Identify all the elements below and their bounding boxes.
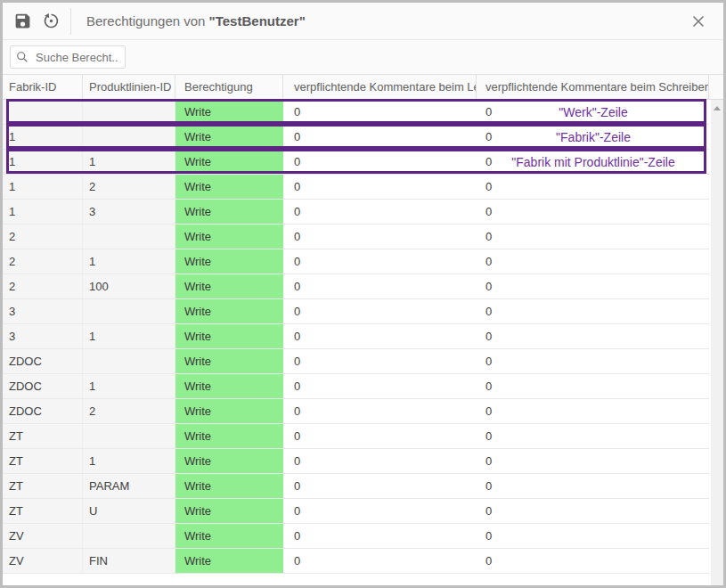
cell-produktlinien-id[interactable]: 1 — [83, 150, 175, 174]
cell-berechtigung[interactable]: Write — [175, 100, 283, 124]
cell-produktlinien-id[interactable] — [83, 424, 175, 448]
table-row[interactable]: ZV FIN Write 0 0 — [3, 549, 709, 574]
cell-berechtigung[interactable]: Write — [175, 324, 283, 348]
cell-kommentare-schreiben[interactable]: 0 — [477, 274, 709, 298]
cell-produktlinien-id[interactable]: 1 — [83, 374, 175, 398]
cell-kommentare-schreiben[interactable]: 0 — [477, 125, 709, 149]
cell-fabrik-id[interactable]: 3 — [3, 299, 83, 323]
cell-kommentare-schreiben[interactable]: 0 — [477, 374, 709, 398]
cell-produktlinien-id[interactable]: 1 — [83, 324, 175, 348]
cell-kommentare-schreiben[interactable]: 0 — [477, 200, 709, 224]
table-row[interactable]: ZDOC 1 Write 0 0 — [3, 374, 709, 399]
cell-fabrik-id[interactable]: ZT — [3, 424, 83, 448]
cell-fabrik-id[interactable]: ZT — [3, 474, 83, 498]
cell-kommentare-schreiben[interactable]: 0 — [477, 549, 709, 573]
cell-fabrik-id[interactable]: ZDOC — [3, 399, 83, 423]
cell-kommentare-schreiben[interactable]: 0 — [477, 474, 709, 498]
cell-kommentare-schreiben[interactable]: 0 — [477, 100, 709, 124]
cell-berechtigung[interactable]: Write — [175, 399, 283, 423]
cell-kommentare-lesen[interactable]: 0 — [283, 299, 477, 323]
cell-kommentare-lesen[interactable]: 0 — [283, 200, 477, 224]
cell-kommentare-schreiben[interactable]: 0 — [477, 249, 709, 274]
cell-berechtigung[interactable]: Write — [175, 125, 283, 149]
cell-fabrik-id[interactable]: ZT — [3, 449, 83, 473]
cell-kommentare-schreiben[interactable]: 0 — [477, 175, 709, 199]
cell-produktlinien-id[interactable]: 1 — [83, 249, 175, 274]
cell-berechtigung[interactable]: Write — [175, 424, 283, 448]
cell-kommentare-schreiben[interactable]: 0 — [477, 349, 709, 373]
cell-produktlinien-id[interactable] — [83, 299, 175, 323]
table-row[interactable]: ZT 1 Write 0 0 — [3, 449, 709, 474]
cell-berechtigung[interactable]: Write — [175, 299, 283, 323]
cell-kommentare-lesen[interactable]: 0 — [283, 524, 477, 548]
cell-produktlinien-id[interactable]: 1 — [83, 449, 175, 473]
cell-berechtigung[interactable]: Write — [175, 150, 283, 174]
cell-berechtigung[interactable]: Write — [175, 449, 283, 473]
cell-berechtigung[interactable]: Write — [175, 200, 283, 224]
table-row[interactable]: 2 Write 0 0 — [3, 225, 709, 249]
cell-kommentare-schreiben[interactable]: 0 — [477, 150, 709, 174]
cell-produktlinien-id[interactable]: U — [83, 499, 175, 523]
cell-kommentare-schreiben[interactable]: 0 — [477, 449, 709, 473]
cell-kommentare-lesen[interactable]: 0 — [283, 374, 477, 398]
table-row[interactable]: ZV Write 0 0 — [3, 524, 709, 549]
table-row[interactable]: ZDOC 2 Write 0 0 — [3, 399, 709, 424]
cell-produktlinien-id[interactable]: 100 — [83, 274, 175, 298]
table-row[interactable]: ZT Write 0 0 — [3, 424, 709, 449]
cell-fabrik-id[interactable]: 1 — [3, 200, 83, 224]
cell-produktlinien-id[interactable]: 3 — [83, 200, 175, 224]
cell-fabrik-id[interactable]: ZDOC — [3, 349, 83, 373]
table-row[interactable]: 3 1 Write 0 0 — [3, 324, 709, 349]
table-row[interactable]: 1 Write 0 0 "Fabrik"-Zeile — [3, 125, 709, 150]
cell-fabrik-id[interactable]: 1 — [3, 175, 83, 199]
cell-fabrik-id[interactable]: 1 — [3, 125, 83, 149]
cell-produktlinien-id[interactable] — [83, 225, 175, 249]
cell-kommentare-lesen[interactable]: 0 — [283, 249, 477, 274]
table-row[interactable]: Write 0 0 "Werk"-Zeile — [3, 100, 709, 125]
cell-fabrik-id[interactable]: 3 — [3, 324, 83, 348]
cell-fabrik-id[interactable]: ZV — [3, 549, 83, 573]
cell-berechtigung[interactable]: Write — [175, 349, 283, 373]
cell-kommentare-schreiben[interactable]: 0 — [477, 299, 709, 323]
cell-kommentare-schreiben[interactable]: 0 — [477, 499, 709, 523]
cell-berechtigung[interactable]: Write — [175, 249, 283, 274]
cell-fabrik-id[interactable]: ZT — [3, 499, 83, 523]
cell-berechtigung[interactable]: Write — [175, 549, 283, 573]
cell-kommentare-lesen[interactable]: 0 — [283, 100, 477, 124]
search-box[interactable] — [10, 45, 126, 69]
cell-berechtigung[interactable]: Write — [175, 225, 283, 249]
cell-kommentare-schreiben[interactable]: 0 — [477, 399, 709, 423]
cell-fabrik-id[interactable] — [3, 100, 83, 124]
table-row[interactable]: 2 1 Write 0 0 — [3, 249, 709, 274]
cell-produktlinien-id[interactable]: PARAM — [83, 474, 175, 498]
cell-berechtigung[interactable]: Write — [175, 499, 283, 523]
cell-berechtigung[interactable]: Write — [175, 474, 283, 498]
cell-kommentare-schreiben[interactable]: 0 — [477, 424, 709, 448]
scroll-up-icon[interactable] — [714, 106, 721, 110]
cell-kommentare-lesen[interactable]: 0 — [283, 549, 477, 573]
cell-produktlinien-id[interactable] — [83, 100, 175, 124]
table-row[interactable]: 2 100 Write 0 0 — [3, 274, 709, 299]
cell-kommentare-lesen[interactable]: 0 — [283, 125, 477, 149]
table-row[interactable]: ZT U Write 0 0 — [3, 499, 709, 524]
vertical-scrollbar[interactable] — [711, 100, 723, 585]
cell-kommentare-lesen[interactable]: 0 — [283, 499, 477, 523]
table-row[interactable]: ZDOC Write 0 0 — [3, 349, 709, 374]
table-row[interactable]: ZT PARAM Write 0 0 — [3, 474, 709, 499]
cell-kommentare-lesen[interactable]: 0 — [283, 424, 477, 448]
cell-fabrik-id[interactable]: 2 — [3, 274, 83, 298]
cell-kommentare-lesen[interactable]: 0 — [283, 399, 477, 423]
cell-kommentare-schreiben[interactable]: 0 — [477, 524, 709, 548]
cell-kommentare-lesen[interactable]: 0 — [283, 324, 477, 348]
table-row[interactable]: 1 1 Write 0 0 "Fabrik mit Produktlinie"-… — [3, 150, 709, 175]
cell-fabrik-id[interactable]: ZDOC — [3, 374, 83, 398]
cell-kommentare-lesen[interactable]: 0 — [283, 175, 477, 199]
cell-kommentare-lesen[interactable]: 0 — [283, 274, 477, 298]
cell-kommentare-lesen[interactable]: 0 — [283, 474, 477, 498]
cell-produktlinien-id[interactable]: 2 — [83, 399, 175, 423]
cell-kommentare-schreiben[interactable]: 0 — [477, 324, 709, 348]
restore-button[interactable] — [37, 7, 65, 36]
table-row[interactable]: 1 3 Write 0 0 — [3, 200, 709, 225]
cell-kommentare-lesen[interactable]: 0 — [283, 449, 477, 473]
cell-fabrik-id[interactable]: 1 — [3, 150, 83, 174]
